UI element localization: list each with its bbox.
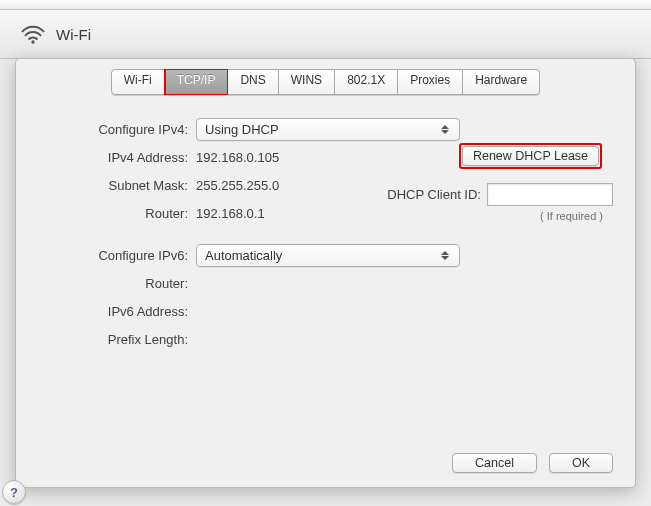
segmented-control: Wi-Fi TCP/IP DNS WINS 802.1X Proxies Har… — [111, 69, 540, 95]
ipv6-address-label: IPv6 Address: — [38, 304, 196, 319]
ipv4-address-label: IPv4 Address: — [38, 150, 196, 165]
dhcp-client-id-label: DHCP Client ID: — [387, 187, 481, 202]
dhcp-client-id-hint: ( If required ) — [448, 210, 613, 222]
wifi-icon — [20, 24, 46, 44]
updown-icon — [441, 125, 455, 134]
configure-ipv4-label: Configure IPv4: — [38, 122, 196, 137]
tab-hardware[interactable]: Hardware — [463, 69, 540, 95]
tab-content: Configure IPv4: Using DHCP IPv4 Address:… — [16, 95, 635, 353]
configure-ipv6-value: Automatically — [205, 248, 282, 263]
tab-proxies[interactable]: Proxies — [398, 69, 463, 95]
help-button[interactable]: ? — [2, 480, 26, 504]
tab-tcpip[interactable]: TCP/IP — [165, 69, 229, 95]
window: Wi-Fi Wi-Fi TCP/IP DNS WINS 802.1X Proxi… — [0, 0, 651, 506]
dhcp-client-id-input[interactable] — [487, 183, 613, 206]
configure-ipv4-select[interactable]: Using DHCP — [196, 118, 460, 141]
settings-sheet: Wi-Fi TCP/IP DNS WINS 802.1X Proxies Har… — [15, 58, 636, 488]
ipv4-router-value: 192.168.0.1 — [196, 206, 265, 221]
header-toolbar: Wi-Fi — [0, 10, 651, 59]
footer-buttons: Cancel OK — [452, 453, 613, 473]
configure-ipv4-value: Using DHCP — [205, 122, 279, 137]
updown-icon — [441, 251, 455, 260]
tab-wifi[interactable]: Wi-Fi — [111, 69, 165, 95]
configure-ipv6-select[interactable]: Automatically — [196, 244, 460, 267]
ipv4-address-value: 192.168.0.105 — [196, 150, 279, 165]
svg-point-0 — [31, 40, 34, 43]
tab-dns[interactable]: DNS — [228, 69, 278, 95]
renew-dhcp-lease-button[interactable]: Renew DHCP Lease — [462, 146, 599, 166]
subnet-mask-value: 255.255.255.0 — [196, 178, 279, 193]
configure-ipv6-label: Configure IPv6: — [38, 248, 196, 263]
prefix-length-label: Prefix Length: — [38, 332, 196, 347]
subnet-mask-label: Subnet Mask: — [38, 178, 196, 193]
header-title: Wi-Fi — [56, 26, 91, 43]
tab-bar: Wi-Fi TCP/IP DNS WINS 802.1X Proxies Har… — [16, 69, 635, 95]
dhcp-controls: Renew DHCP Lease DHCP Client ID: ( If re… — [448, 143, 613, 222]
ipv6-router-label: Router: — [38, 276, 196, 291]
cancel-button[interactable]: Cancel — [452, 453, 537, 473]
tab-8021x[interactable]: 802.1X — [335, 69, 398, 95]
titlebar — [0, 0, 651, 10]
tab-wins[interactable]: WINS — [279, 69, 335, 95]
ok-button[interactable]: OK — [549, 453, 613, 473]
ipv4-router-label: Router: — [38, 206, 196, 221]
